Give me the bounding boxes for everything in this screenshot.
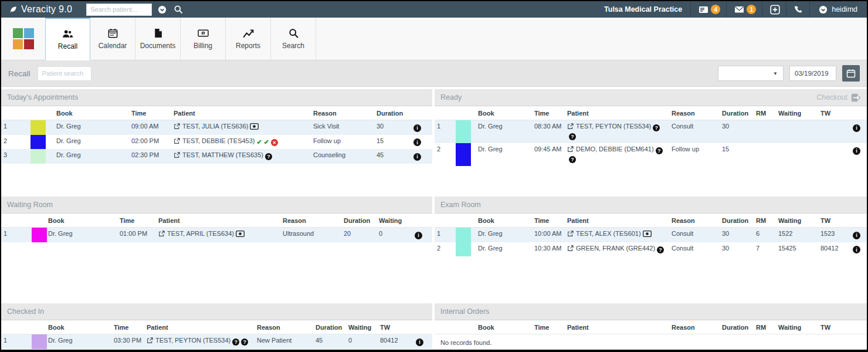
tab-search[interactable]: Search: [271, 18, 316, 60]
patient-link[interactable]: DEMO, DEBBIE (DEM641): [567, 145, 654, 153]
question-icon[interactable]: ?: [656, 147, 663, 154]
question-icon[interactable]: ?: [265, 153, 272, 160]
table-row: 1Dr. Greg01:00 PMTEST, APRIL (TES634)Ult…: [1, 228, 432, 242]
waiting-cell: 0: [377, 228, 411, 242]
add-new-menu[interactable]: [762, 1, 786, 18]
column-header-row: BookTimePatientReasonDurationWaitingTW: [1, 320, 432, 334]
panel-header: Today's Appointments: [1, 89, 432, 106]
calendar-button[interactable]: [842, 65, 860, 82]
column-header-info: [849, 214, 867, 228]
duration-cell: 15: [720, 143, 754, 166]
rm-cell: [754, 143, 776, 166]
tab-recall[interactable]: Recall: [45, 18, 90, 60]
column-header-time: Time: [532, 320, 565, 334]
check-icon: ✔: [264, 138, 269, 146]
time-cell: 10:30 AM: [532, 242, 565, 257]
book-color-cell: [452, 228, 476, 242]
column-header-swatch: [452, 320, 476, 334]
messages-badge: 1: [747, 5, 756, 14]
panel-body: BookTimePatientReasonDurationRMWaitingTW…: [435, 214, 867, 256]
question-icon[interactable]: ?: [657, 246, 664, 253]
search-icon[interactable]: [172, 5, 184, 14]
recall-patient-search-input[interactable]: [38, 66, 91, 81]
table-row: 1Dr. Greg08:30 AMTEST, PEYTON (TES534)??…: [435, 120, 867, 144]
checkout-icon: [851, 93, 861, 102]
info-icon[interactable]: i: [413, 138, 421, 146]
question-icon[interactable]: ?: [232, 339, 239, 346]
panel-checked-in: Checked InBookTimePatientReasonDurationW…: [1, 303, 432, 352]
reason-cell: Consult: [669, 228, 720, 242]
question-icon[interactable]: ?: [241, 339, 248, 346]
book-color-cell: [452, 242, 476, 257]
patient-link[interactable]: TEST, ALEX (TES601): [567, 230, 641, 237]
info-icon[interactable]: i: [853, 147, 860, 155]
table-row: 1Dr. Greg09:00 AMTEST, JULIA (TES636)Sic…: [1, 120, 432, 135]
column-header-patient: Patient: [156, 214, 280, 228]
topbar-search-input[interactable]: [86, 4, 152, 16]
panel-title: Exam Room: [440, 201, 481, 209]
search-options-chevron-icon[interactable]: [157, 5, 168, 14]
patient-cell: TEST, APRIL (TES634): [156, 228, 280, 242]
patient-link[interactable]: TEST, MATTHEW (TES635): [174, 151, 263, 158]
tab-calendar[interactable]: Calendar: [90, 18, 135, 60]
column-header-duration: Duration: [374, 106, 409, 120]
book-color-cell: [452, 120, 476, 144]
tab-documents[interactable]: Documents: [135, 18, 181, 60]
book-cell: Dr. Greg: [476, 120, 532, 144]
book-cell: Dr. Greg: [54, 135, 129, 150]
panel-header: ReadyCheckout: [435, 89, 867, 106]
documents-icon: [152, 28, 164, 38]
tab-reports[interactable]: Reports: [226, 18, 271, 60]
reason-cell: Consult: [669, 120, 720, 144]
question-icon[interactable]: ?: [569, 156, 576, 163]
column-header-book: Book: [476, 106, 532, 120]
info-icon[interactable]: i: [413, 153, 421, 161]
num-cell: 1: [1, 228, 25, 242]
book-color-cell: [452, 143, 476, 166]
checkout-button[interactable]: Checkout: [816, 93, 861, 102]
billing-icon: $: [198, 28, 209, 38]
column-header-num: [1, 320, 25, 334]
question-icon[interactable]: ?: [569, 133, 576, 140]
external-link-icon: [567, 231, 574, 237]
messages-menu[interactable]: 1: [726, 1, 762, 18]
check-icon: ✔: [256, 138, 262, 146]
user-chevron-icon: [819, 5, 828, 14]
book-cell: Dr. Greg: [54, 120, 129, 135]
phone-menu[interactable]: [786, 1, 809, 18]
column-header-time: Time: [129, 106, 171, 120]
tasks-menu[interactable]: 4: [690, 1, 726, 18]
provider-select[interactable]: ▼: [718, 66, 784, 81]
reason-cell: Follow up: [311, 135, 374, 150]
info-icon[interactable]: i: [416, 339, 423, 346]
user-menu[interactable]: heidimd: [809, 1, 867, 18]
duration-cell: 45: [313, 334, 346, 349]
ban-icon: ✕: [271, 139, 278, 146]
reports-icon: [243, 28, 254, 38]
info-icon[interactable]: i: [415, 232, 422, 239]
column-header-duration: Duration: [720, 214, 754, 228]
column-header-row: BookTimePatientReasonDurationRMWaitingTW: [435, 320, 867, 334]
table-row: 2Dr. Greg02:00 PMTEST, DEBBIE (TES453)✔✔…: [1, 135, 432, 150]
reason-cell: Follow up: [669, 143, 720, 166]
book-color-swatch: [30, 149, 46, 164]
patient-link[interactable]: TEST, DEBBIE (TES453): [174, 137, 255, 144]
info-icon[interactable]: i: [413, 124, 421, 132]
patient-cell: TEST, PEYTON (TES534)??: [565, 120, 669, 144]
panel-body: BookTimePatientReasonDuration1Dr. Greg09…: [1, 106, 432, 164]
info-icon[interactable]: i: [853, 232, 860, 239]
patient-link[interactable]: TEST, PEYTON (TES534): [147, 337, 230, 344]
waiting-cell: 1522: [776, 228, 818, 242]
info-icon[interactable]: i: [853, 124, 860, 132]
patient-link[interactable]: TEST, APRIL (TES634): [158, 230, 234, 237]
question-icon[interactable]: ?: [653, 124, 660, 131]
patient-link[interactable]: TEST, PEYTON (TES534): [567, 123, 651, 130]
date-input[interactable]: [789, 66, 836, 81]
patient-link[interactable]: GREEN, FRANK (GRE442): [567, 245, 655, 252]
tab-billing[interactable]: $Billing: [181, 18, 226, 60]
time-cell: 03:30 PM: [111, 334, 144, 349]
column-header-info: [411, 214, 432, 228]
info-icon[interactable]: i: [853, 246, 860, 253]
reason-cell: Counseling: [311, 149, 374, 164]
patient-link[interactable]: TEST, JULIA (TES636): [174, 123, 248, 130]
